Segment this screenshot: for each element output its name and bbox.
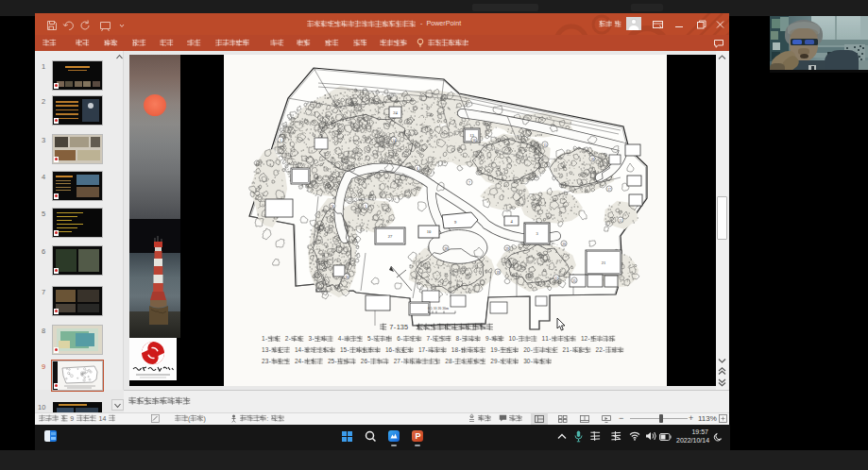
svg-text:-: - <box>367 358 369 364</box>
svg-text:16: 16 <box>472 139 476 143</box>
svg-text:-: - <box>588 335 590 342</box>
svg-text:-: - <box>269 346 271 353</box>
svg-text:-: - <box>265 335 267 342</box>
svg-text:5: 5 <box>365 205 366 209</box>
svg-text:14: 14 <box>392 139 396 143</box>
svg-text:15: 15 <box>543 143 547 147</box>
svg-text:21: 21 <box>602 260 606 265</box>
svg-text:-: - <box>452 358 454 364</box>
svg-text:-: - <box>516 335 518 342</box>
svg-text:-: - <box>498 358 500 364</box>
svg-text:18: 18 <box>590 158 594 161</box>
svg-text:28: 28 <box>444 247 448 251</box>
svg-text:29: 29 <box>505 247 509 251</box>
svg-text:6: 6 <box>417 167 418 171</box>
svg-text:19: 19 <box>496 271 500 275</box>
svg-text:24: 24 <box>393 110 398 115</box>
svg-text:27: 27 <box>388 234 393 239</box>
svg-text:-: - <box>426 346 428 353</box>
svg-text:4: 4 <box>102 415 106 422</box>
svg-text:-: - <box>489 335 491 342</box>
svg-text:-: - <box>570 346 571 353</box>
svg-text:-: - <box>289 335 291 342</box>
svg-text:0 5 10 20 30m: 0 5 10 20 30m <box>428 307 449 311</box>
svg-text:-: - <box>371 335 373 342</box>
svg-text:10: 10 <box>427 229 432 234</box>
svg-text:-: - <box>531 358 533 364</box>
svg-text:-: - <box>430 335 432 342</box>
svg-text:23: 23 <box>554 277 558 280</box>
svg-text:-: - <box>335 358 337 364</box>
svg-text:(: ( <box>188 415 191 423</box>
svg-text::: : <box>266 415 268 422</box>
svg-text:-: - <box>348 346 349 353</box>
svg-text:5: 5 <box>404 323 408 331</box>
svg-text:30: 30 <box>345 276 349 279</box>
svg-text:-: - <box>549 335 551 342</box>
svg-text:-: - <box>400 335 402 342</box>
svg-text:-: - <box>460 335 462 342</box>
svg-text:17: 17 <box>607 188 611 192</box>
svg-text:7: 7 <box>389 323 393 331</box>
svg-text:-: - <box>531 346 533 353</box>
svg-text:-: - <box>302 346 304 353</box>
svg-text:-: - <box>312 335 314 342</box>
svg-text:): ) <box>203 415 205 423</box>
svg-text:25: 25 <box>572 279 576 283</box>
svg-text:-: - <box>459 346 461 353</box>
svg-text:-: - <box>393 346 395 353</box>
svg-text:-: - <box>302 358 304 364</box>
svg-text:26: 26 <box>331 205 334 209</box>
svg-text:-: - <box>342 335 344 342</box>
svg-text:1: 1 <box>280 139 281 143</box>
svg-text:11: 11 <box>619 219 622 223</box>
svg-text:20: 20 <box>562 243 566 246</box>
svg-text:-: - <box>498 346 500 353</box>
svg-text:-: - <box>603 346 604 353</box>
svg-text:-: - <box>400 358 402 364</box>
svg-text:7: 7 <box>468 181 470 185</box>
svg-text:9: 9 <box>70 415 74 422</box>
svg-text:-: - <box>269 358 271 364</box>
